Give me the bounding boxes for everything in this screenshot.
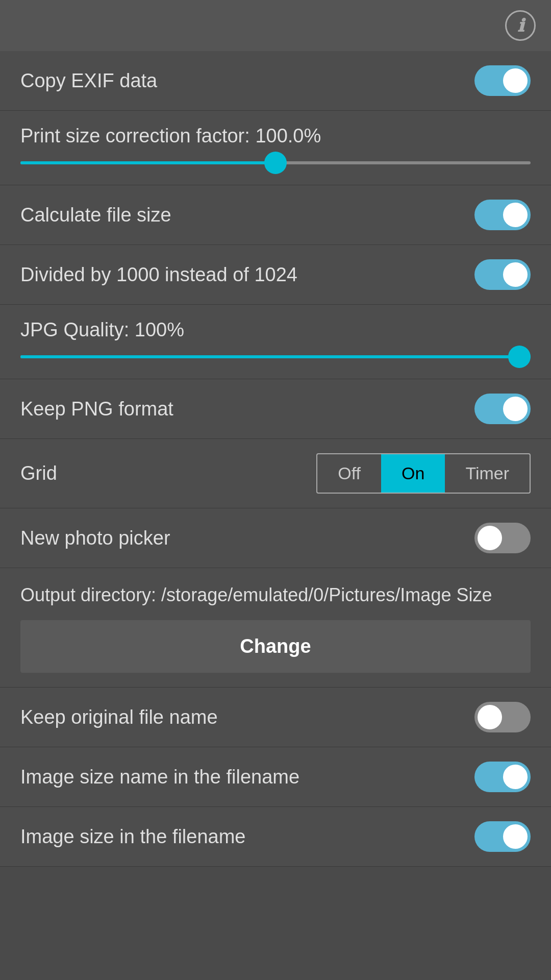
grid-label: Grid bbox=[20, 462, 57, 484]
divided-by-toggle[interactable] bbox=[474, 259, 531, 290]
grid-toggle-group[interactable]: Off On Timer bbox=[316, 453, 531, 494]
print-size-slider-track bbox=[20, 161, 531, 164]
calculate-file-size-row: Calculate file size bbox=[0, 185, 551, 245]
print-size-slider-container: Print size correction factor: 100.0% bbox=[20, 125, 531, 170]
print-size-slider-fill bbox=[20, 161, 276, 164]
output-directory-label: Output directory: /storage/emulated/0/Pi… bbox=[20, 582, 531, 608]
change-directory-button[interactable]: Change bbox=[20, 620, 531, 673]
jpg-quality-slider-thumb bbox=[508, 346, 531, 368]
image-size-name-label: Image size name in the filename bbox=[20, 766, 299, 788]
copy-exif-label: Copy EXIF data bbox=[20, 70, 157, 92]
new-photo-picker-label: New photo picker bbox=[20, 527, 170, 549]
print-size-label: Print size correction factor: 100.0% bbox=[20, 125, 531, 147]
jpg-quality-slider-container: JPG Quality: 100% bbox=[20, 319, 531, 364]
grid-off-button[interactable]: Off bbox=[317, 454, 381, 493]
image-size-label: Image size in the filename bbox=[20, 826, 245, 848]
keep-original-filename-row: Keep original file name bbox=[0, 688, 551, 747]
image-size-toggle[interactable] bbox=[474, 821, 531, 852]
divided-by-label: Divided by 1000 instead of 1024 bbox=[20, 264, 297, 286]
keep-png-label: Keep PNG format bbox=[20, 398, 173, 420]
top-bar: ℹ bbox=[0, 0, 551, 51]
output-directory-section: Output directory: /storage/emulated/0/Pi… bbox=[0, 568, 551, 688]
keep-png-row: Keep PNG format bbox=[0, 379, 551, 439]
jpg-quality-row: JPG Quality: 100% bbox=[0, 305, 551, 379]
jpg-quality-label: JPG Quality: 100% bbox=[20, 319, 531, 341]
keep-original-filename-label: Keep original file name bbox=[20, 706, 218, 728]
print-size-slider-thumb bbox=[264, 152, 287, 174]
print-size-slider-wrapper[interactable] bbox=[20, 155, 531, 170]
image-size-name-toggle[interactable] bbox=[474, 762, 531, 792]
info-icon[interactable]: ℹ bbox=[505, 10, 536, 41]
grid-row: Grid Off On Timer bbox=[0, 439, 551, 508]
copy-exif-row: Copy EXIF data bbox=[0, 51, 551, 111]
print-size-row: Print size correction factor: 100.0% bbox=[0, 111, 551, 185]
new-photo-picker-toggle[interactable] bbox=[474, 523, 531, 553]
keep-original-filename-toggle[interactable] bbox=[474, 702, 531, 732]
grid-on-button[interactable]: On bbox=[381, 454, 445, 493]
jpg-quality-slider-wrapper[interactable] bbox=[20, 349, 531, 364]
grid-timer-button[interactable]: Timer bbox=[445, 454, 530, 493]
file-size-section: Calculate file size Divided by 1000 inst… bbox=[0, 185, 551, 305]
new-photo-picker-row: New photo picker bbox=[0, 508, 551, 568]
calculate-file-size-toggle[interactable] bbox=[474, 200, 531, 230]
image-size-name-row: Image size name in the filename bbox=[0, 747, 551, 807]
divided-by-row: Divided by 1000 instead of 1024 bbox=[0, 245, 551, 304]
jpg-quality-slider-fill bbox=[20, 355, 531, 358]
settings-container: Copy EXIF data Print size correction fac… bbox=[0, 51, 551, 867]
image-size-row: Image size in the filename bbox=[0, 807, 551, 867]
copy-exif-toggle[interactable] bbox=[474, 65, 531, 96]
calculate-file-size-label: Calculate file size bbox=[20, 204, 171, 226]
jpg-quality-slider-track bbox=[20, 355, 531, 358]
keep-png-toggle[interactable] bbox=[474, 394, 531, 424]
